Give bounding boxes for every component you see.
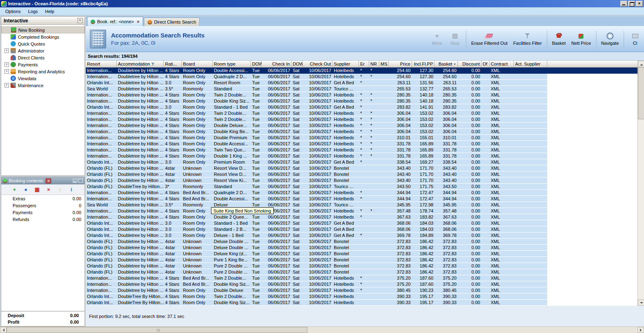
result-row[interactable]: Orlando Int...Doubletree by Hilton ...3.… bbox=[86, 159, 637, 165]
close-panel-icon[interactable]: × bbox=[46, 178, 51, 184]
result-row[interactable]: Internation...Doubletree by Hilton ...4 … bbox=[86, 74, 637, 80]
grid-vertical-scrollbar[interactable] bbox=[637, 61, 644, 306]
sidebar-item-viewdata[interactable]: Viewdata bbox=[1, 75, 85, 82]
add-icon[interactable]: + bbox=[11, 186, 18, 193]
close-button[interactable]: × bbox=[636, 1, 643, 7]
column-header-price[interactable]: Price bbox=[389, 61, 412, 68]
result-row[interactable]: Orlando (FL)Doubletree by Hilton ...4sta… bbox=[86, 251, 637, 257]
column-header-room-type[interactable]: Room type bbox=[213, 61, 251, 68]
tab-direct-clients-search[interactable]: Direct Clients Search bbox=[144, 18, 200, 26]
column-header-check-out[interactable]: Check Out bbox=[303, 61, 333, 68]
column-header-act-supplier[interactable]: Act. Supplier bbox=[514, 61, 547, 68]
column-header-dow[interactable]: DOW bbox=[292, 61, 303, 68]
result-row[interactable]: Orlando (FL)Doubletree by Hilton ...4sta… bbox=[86, 269, 637, 275]
result-row[interactable]: Internation...Doubletree by Hilton ...4 … bbox=[86, 141, 637, 147]
result-row[interactable]: Internation...Doubletree by Hilton ...4 … bbox=[86, 281, 637, 287]
column-header-resort[interactable]: Resort bbox=[86, 61, 117, 68]
panel-collapse-icon[interactable]: − bbox=[77, 18, 83, 23]
result-row[interactable]: Internation...Doubletree by Hilton ...4 … bbox=[86, 147, 637, 153]
expand-icon[interactable]: + bbox=[4, 48, 9, 53]
horizontal-scroll-thumb[interactable] bbox=[7, 327, 307, 333]
minimize-button[interactable] bbox=[620, 1, 627, 7]
column-header-dow[interactable]: DOW bbox=[251, 61, 262, 68]
result-row[interactable]: Orlando (FL)Doubletree by Hilton ...4sta… bbox=[86, 239, 637, 245]
panel-float-icon[interactable] bbox=[78, 179, 83, 183]
result-row[interactable]: Internation...Doubletree by Hilton ...4 … bbox=[86, 275, 637, 281]
column-header-discount[interactable]: Discount bbox=[458, 61, 481, 68]
result-row[interactable]: Internation...Doubletree by Hilton ...4 … bbox=[86, 68, 637, 74]
column-header-of[interactable]: Of bbox=[481, 61, 490, 68]
result-row[interactable]: Internation...Doubletree by Hilton ...4 … bbox=[86, 153, 637, 159]
promote-icon[interactable]: ↑ bbox=[57, 186, 63, 193]
scroll-up-button[interactable] bbox=[638, 61, 644, 67]
booking-row-passengers[interactable]: Passengers0 bbox=[1, 202, 85, 209]
delete-icon[interactable]: × bbox=[45, 186, 52, 193]
nett-price-button[interactable]: Nett Price bbox=[569, 31, 593, 47]
column-header-er[interactable]: Er bbox=[359, 61, 369, 68]
erase-filtered-out-button[interactable]: Erase Filtered Out bbox=[469, 31, 509, 47]
basket-button[interactable]: Basket bbox=[550, 31, 568, 47]
booking-row-payments[interactable]: Payments0.00 bbox=[1, 209, 85, 216]
column-header-board[interactable]: Board bbox=[182, 61, 213, 68]
booking-row-refunds[interactable]: Refunds0.00 bbox=[1, 216, 85, 223]
booking-contents-header[interactable]: Booking contents × bbox=[1, 177, 85, 184]
expand-icon[interactable]: + bbox=[4, 62, 9, 67]
result-row[interactable]: Orlando (FL)Doubletree by Hilton ...4sta… bbox=[86, 263, 637, 269]
result-row[interactable]: Internation...Doubletree by Hilton ...4 … bbox=[86, 135, 637, 141]
panel-minimize-icon[interactable] bbox=[73, 179, 77, 183]
sidebar-item-reporting-and-analytics[interactable]: +Reporting and Analytics bbox=[1, 68, 85, 75]
result-row[interactable]: Internation...Doubletree by Hilton ...4 … bbox=[86, 129, 637, 135]
menu-options[interactable]: Options bbox=[2, 8, 24, 15]
result-row[interactable]: Internation...Doubletree by Hilton ...4 … bbox=[86, 110, 637, 116]
scroll-left-button[interactable] bbox=[0, 327, 7, 333]
scroll-right-button[interactable] bbox=[637, 327, 644, 333]
result-row[interactable]: Internation...Doubletree by Hilton ...4 … bbox=[86, 208, 637, 214]
maximize-button[interactable] bbox=[628, 1, 635, 7]
sidebar-item-quick-quotes[interactable]: Quick Quotes bbox=[1, 40, 85, 47]
result-row[interactable]: Internation...Doubletree by Hilton ...4 … bbox=[86, 190, 637, 196]
expand-icon[interactable]: + bbox=[4, 69, 9, 74]
result-row[interactable]: Internation...Doubletree by Hilton ...4 … bbox=[86, 123, 637, 129]
result-row[interactable]: Orlando (FL)DoubleTree by Hilton...3*Roo… bbox=[86, 184, 637, 190]
cl-button[interactable]: Cl bbox=[627, 31, 643, 47]
column-header-incl-fl-pp[interactable]: Incl.Fl.PP bbox=[412, 61, 435, 68]
column-header-contract[interactable]: Contract bbox=[490, 61, 514, 68]
booking-row-extras[interactable]: Extras0.00 bbox=[1, 195, 85, 202]
sidebar-item-payments[interactable]: +Payments bbox=[1, 61, 85, 68]
scroll-down-button[interactable] bbox=[638, 299, 644, 306]
result-row[interactable]: Sea WorldDoubletree by Hilton ...3.5*Roo… bbox=[86, 86, 637, 92]
result-row[interactable]: Orlando Int...DoubleTree By Hilton...4 S… bbox=[86, 294, 637, 300]
sidebar-item-administrator[interactable]: +Administrator bbox=[1, 47, 85, 54]
result-row[interactable]: Orlando (FL)Doubletree by Hilton ...4sta… bbox=[86, 165, 637, 171]
result-row[interactable]: Orlando (FL)Doubletree by Hilton ...4sta… bbox=[86, 245, 637, 251]
result-row[interactable]: Orlando Int...Doubletree by Hilton ...3.… bbox=[86, 220, 637, 226]
result-row[interactable]: Orlando Int...Doubletree by Hilton ...3.… bbox=[86, 232, 637, 239]
column-header-ms[interactable]: MS bbox=[379, 61, 389, 68]
column-header-basket[interactable]: Basket▼ bbox=[435, 61, 458, 68]
column-header-supplier[interactable]: Supplier bbox=[333, 61, 359, 68]
tab-close-icon[interactable]: × bbox=[137, 19, 139, 24]
sidebar-item-completed-bookings[interactable]: Completed Bookings bbox=[1, 33, 85, 40]
column-header-accommodation[interactable]: Accommodation bbox=[117, 61, 164, 68]
facilities-filter-button[interactable]: Facilities Filter bbox=[511, 31, 544, 47]
result-row[interactable]: Sea WorldDoubletree by Hilton ...3.5*Roo… bbox=[86, 202, 637, 208]
result-row[interactable]: Orlando Int...Doubletree by Hilton ...3.… bbox=[86, 80, 637, 86]
menu-logs[interactable]: Logs bbox=[24, 8, 41, 15]
sidebar-item-new-booking[interactable]: New Booking bbox=[1, 26, 85, 33]
titlebar[interactable]: Interactive - Ocean-Florida (code: x8kcb… bbox=[0, 0, 644, 7]
result-row[interactable]: Orlando (FL)Doubletree by Hilton ...4sta… bbox=[86, 257, 637, 263]
globe-icon[interactable]: ● bbox=[22, 186, 29, 193]
result-row[interactable]: Internation...Doubletree by Hilton ...4 … bbox=[86, 287, 637, 294]
sidebar-item-direct-clients[interactable]: Direct Clients bbox=[1, 54, 85, 61]
transfer-basket-icon[interactable]: ▦ bbox=[34, 186, 41, 193]
result-row[interactable]: Orlando Int...Doubletree by Hilton ...3.… bbox=[86, 104, 637, 110]
info-icon[interactable]: i bbox=[68, 186, 75, 193]
vertical-scroll-thumb[interactable] bbox=[638, 67, 644, 119]
result-row[interactable]: Orlando Int...DoubleTree By Hilton...4 S… bbox=[86, 300, 637, 306]
result-row[interactable]: Internation...Doubletree by Hilton ...4 … bbox=[86, 98, 637, 104]
result-row[interactable]: Internation...Doubletree by Hilton ...4 … bbox=[86, 214, 637, 220]
result-row[interactable]: Internation...Doubletree by Hilton ...4 … bbox=[86, 116, 637, 123]
result-row[interactable]: Internation...Doubletree by Hilton ...4 … bbox=[86, 196, 637, 202]
horizontal-scrollbar[interactable] bbox=[0, 326, 644, 333]
result-row[interactable]: Orlando (FL)Doubletree by Hilton ...4sta… bbox=[86, 177, 637, 184]
